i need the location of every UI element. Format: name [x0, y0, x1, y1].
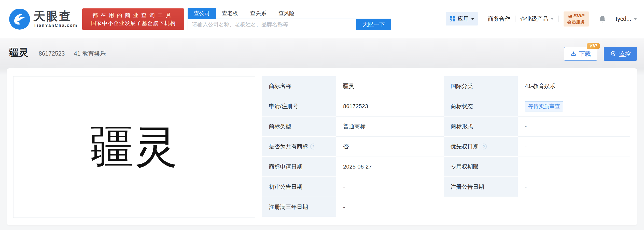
svip-service-label: 会员服务 — [567, 19, 585, 25]
search-tabs: 查公司 查老板 查关系 查风险 — [188, 8, 391, 19]
trademark-image[interactable]: 疆灵 — [13, 76, 255, 218]
nav-divider — [594, 16, 594, 22]
tab-relation[interactable]: 查关系 — [244, 8, 272, 19]
nav-enterprise-label: 企业级产品 — [520, 15, 548, 23]
chevron-down-icon — [551, 18, 554, 21]
table-label-text: 注册公告日期 — [451, 183, 484, 191]
table-label-text: 优先权日期 — [451, 143, 479, 150]
top-header: 天眼查 TianYanCha.com 都在用的商业查询工具 国家中小企业发展子基… — [0, 0, 644, 38]
trademark-title-row: 疆灵 86172523 41-教育娱乐 下载 VIP 监控 — [0, 38, 644, 61]
table-value: - — [518, 137, 630, 157]
nav-divider — [558, 16, 559, 22]
table-label-text: 申请/注册号 — [269, 103, 298, 110]
table-value: 2025-06-27 — [336, 157, 444, 177]
trademark-detail-card: 疆灵 商标名称疆灵国际分类41-教育娱乐申请/注册号86172523商标状态等待… — [7, 68, 637, 225]
registration-number: 86172523 — [39, 50, 65, 57]
table-label: 商标状态 — [444, 96, 518, 117]
webcam-icon — [610, 50, 617, 57]
nav-enterprise-products[interactable]: 企业级产品 — [520, 15, 554, 23]
table-label-text: 国际分类 — [451, 82, 473, 90]
search-button[interactable]: 天眼一下 — [356, 19, 391, 30]
promo-line-1: 都在用的商业查询工具 — [86, 11, 180, 19]
table-value: 疆灵 — [336, 76, 444, 96]
table-value: 普通商标 — [336, 117, 444, 137]
promo-line-2: 国家中小企业发展子基金旗下机构 — [86, 19, 180, 27]
table-label-text: 商标申请日期 — [269, 163, 302, 171]
monitor-button[interactable]: 监控 — [604, 47, 637, 61]
logo-text-block: 天眼查 TianYanCha.com — [34, 10, 78, 28]
download-button[interactable]: 下载 VIP — [564, 47, 597, 61]
table-value: 等待实质审查 — [518, 96, 630, 117]
table-label: 初审公告日期 — [262, 177, 336, 197]
apps-grid-icon — [450, 16, 455, 22]
title-actions: 下载 VIP 监控 — [564, 47, 637, 61]
nav-divider — [611, 16, 611, 22]
table-label: 国际分类 — [444, 76, 518, 96]
search-module: 查公司 查老板 查关系 查风险 天眼一下 — [188, 8, 391, 30]
tianyancha-logo[interactable]: 天眼查 TianYanCha.com — [9, 9, 78, 30]
monitor-label: 监控 — [619, 50, 631, 58]
table-value: - — [518, 177, 630, 197]
trademark-image-text: 疆灵 — [90, 118, 178, 176]
table-label: 商标形式 — [444, 117, 518, 137]
logo-brand-text: 天眼查 — [34, 10, 78, 22]
page-title: 疆灵 — [9, 47, 29, 58]
table-label-text: 是否为共有商标 — [269, 143, 308, 150]
table-label-text: 专用权期限 — [451, 163, 479, 171]
category-text: 41-教育娱乐 — [74, 50, 106, 58]
table-value: 41-教育娱乐 — [518, 76, 630, 96]
promo-banner: 都在用的商业查询工具 国家中小企业发展子基金旗下机构 — [82, 8, 184, 30]
vip-badge: VIP — [587, 43, 600, 49]
svip-member-button[interactable]: SVIP 会员服务 — [564, 11, 589, 27]
page-body: 疆灵 86172523 41-教育娱乐 下载 VIP 监控 疆灵 — [0, 38, 644, 230]
trademark-table: 商标名称疆灵国际分类41-教育娱乐申请/注册号86172523商标状态等待实质审… — [262, 76, 630, 217]
table-label: 商标名称 — [262, 76, 336, 96]
download-icon — [570, 51, 577, 57]
apps-menu-button[interactable]: 应用 — [446, 12, 478, 25]
tab-risk[interactable]: 查风险 — [272, 8, 301, 19]
crown-icon — [568, 14, 572, 18]
svip-label: SVIP — [573, 13, 584, 19]
username-text: tycd... — [616, 16, 631, 22]
table-label-text: 商标形式 — [451, 123, 473, 130]
table-label: 优先权日期? — [444, 137, 518, 157]
user-account-menu[interactable]: tycd... — [616, 16, 637, 22]
table-label-text: 商标状态 — [451, 103, 473, 110]
table-label: 注册满三年日期 — [262, 197, 336, 217]
nav-divider — [515, 16, 515, 22]
notification-bell-icon[interactable] — [599, 15, 606, 23]
table-label: 商标类型 — [262, 117, 336, 137]
table-label-text: 商标名称 — [269, 82, 291, 90]
search-input[interactable] — [188, 19, 356, 30]
help-icon[interactable]: ? — [310, 144, 316, 149]
table-label-text: 注册满三年日期 — [269, 203, 308, 211]
table-label-text: 商标类型 — [269, 123, 291, 130]
chevron-down-icon — [471, 18, 474, 21]
header-nav: 应用 商务合作 企业级产品 SVIP 会员服务 — [446, 11, 637, 27]
tab-boss[interactable]: 查老板 — [216, 8, 244, 19]
help-icon[interactable]: ? — [481, 144, 487, 149]
table-value: - — [518, 157, 630, 177]
trademark-status-badge[interactable]: 等待实质审查 — [525, 101, 563, 111]
table-label: 是否为共有商标? — [262, 137, 336, 157]
table-value: - — [336, 177, 444, 197]
apps-menu-label: 应用 — [458, 15, 469, 23]
table-value: - — [518, 117, 630, 137]
table-label: 专用权期限 — [444, 157, 518, 177]
logo-domain-text: TianYanCha.com — [34, 23, 78, 28]
nav-divider — [483, 16, 483, 22]
download-label: 下载 — [579, 50, 591, 58]
nav-business-cooperation[interactable]: 商务合作 — [488, 15, 510, 23]
table-label: 申请/注册号 — [262, 96, 336, 117]
tianyancha-eye-icon — [9, 9, 30, 30]
table-label: 注册公告日期 — [444, 177, 518, 197]
table-value: 86172523 — [336, 96, 444, 117]
table-label: 商标申请日期 — [262, 157, 336, 177]
table-label-text: 初审公告日期 — [269, 183, 302, 191]
table-value: - — [336, 197, 630, 217]
chevron-down-icon — [634, 18, 637, 21]
table-value: 否 — [336, 137, 444, 157]
tab-company[interactable]: 查公司 — [188, 8, 216, 19]
